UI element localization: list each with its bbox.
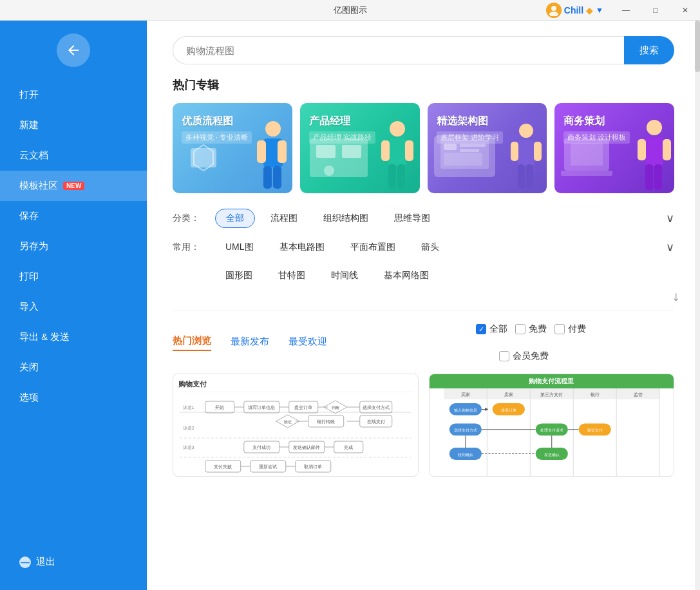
sidebar-item-options[interactable]: 选项 [0,383,147,413]
album-card-business[interactable]: 商务策划 商务策划 设计模板 [554,103,674,193]
checkbox-all[interactable]: 全部 [476,323,507,335]
sidebar-item-exit[interactable]: — 退出 [0,547,147,577]
sidebar-item-save[interactable]: 保存 [0,201,147,231]
album-label: 精选架构图 [437,115,488,128]
svg-text:泳道2: 泳道2 [183,426,194,430]
checkbox-paid[interactable]: 付费 [554,323,586,335]
search-input[interactable] [173,36,624,64]
svg-text:验证: 验证 [284,420,292,424]
svg-rect-17 [405,140,413,161]
svg-text:选择支付方式: 选择支付方式 [453,428,477,432]
filter-tag-layout[interactable]: 平面布置图 [340,238,406,256]
svg-point-0 [551,6,556,11]
svg-text:填写订单信息: 填写订单信息 [247,405,275,410]
svg-text:重新尝试: 重新尝试 [259,464,277,469]
tab-hot[interactable]: 热门浏览 [173,335,211,351]
category-label: 分类： [173,213,205,224]
filter-tag-org[interactable]: 组织结构图 [313,209,379,227]
expand-category-icon[interactable]: ∨ [666,211,674,225]
template-preview-swimlane: 购物支付流程里 买家 卖家 第三方支付 银行 [430,374,674,476]
svg-rect-6 [257,140,266,163]
tab-latest[interactable]: 最新发布 [231,336,269,350]
filter-tag-network[interactable]: 基本网络图 [374,267,439,285]
search-button[interactable]: 搜索 [624,36,674,64]
sidebar-item-label: 打开 [19,89,39,101]
filter-tag-arrow[interactable]: 箭头 [411,238,449,256]
album-card-flowchart[interactable]: 优质流程图 多种视觉 · 专业清晰 [173,103,292,193]
back-button[interactable] [57,33,90,67]
filter-tag-circuit[interactable]: 基本电路图 [269,238,335,256]
sidebar-item-label: 另存为 [19,240,48,252]
user-area[interactable]: Chill ◆ ▼ [546,3,603,18]
svg-point-13 [324,166,334,176]
svg-point-14 [390,121,405,137]
app-title: 亿图图示 [334,5,367,16]
album-card-product[interactable]: 产品经理 产品经理 实战路径 [300,103,420,193]
search-area: 搜索 [147,21,700,77]
filter-tag-timeline[interactable]: 时间线 [321,267,368,285]
svg-text:收到确认: 收到确认 [457,452,473,457]
album-card-architecture[interactable]: 精选架构图 底层框架 进阶学习 [428,103,547,193]
scrollbar-thumb[interactable] [695,21,700,72]
template-card-swimlane[interactable]: 购物支付流程里 买家 卖家 第三方支付 银行 [429,374,675,477]
checkbox-member-box[interactable] [499,351,509,361]
title-bar: 亿图图示 Chill ◆ ▼ — □ ✕ [0,0,700,21]
albums-grid: 优质流程图 多种视觉 · 专业清晰 产品经 [147,103,700,193]
svg-text:泳道1: 泳道1 [183,405,194,410]
user-name: Chill [564,5,583,15]
svg-text:第三方支付: 第三方支付 [540,392,563,397]
sidebar-item-label: 关闭 [19,361,39,374]
filter-tag-gantt[interactable]: 甘特图 [268,267,316,285]
template-title-swimlane: 购物支付流程里 [430,374,674,388]
sidebar-item-label: 退出 [36,556,55,568]
user-logo: ◆ [586,5,593,15]
new-badge: NEW [63,182,84,190]
scrollbar-track[interactable] [695,21,700,590]
sidebar-item-export[interactable]: 导出 & 发送 [0,322,147,352]
sidebar-item-label: 选项 [19,392,39,404]
checkbox-free-box[interactable] [515,324,525,334]
svg-rect-18 [388,164,396,189]
tab-popular[interactable]: 最受欢迎 [289,336,327,350]
sidebar-item-new[interactable]: 新建 [0,110,147,140]
checkbox-all-box[interactable] [476,324,486,334]
filter-tag-flowchart[interactable]: 流程图 [260,209,308,227]
svg-rect-27 [518,140,534,166]
checkbox-free[interactable]: 免费 [515,323,547,335]
checkbox-member[interactable]: 会员免费 [499,350,549,362]
svg-point-26 [519,124,533,138]
maximize-button[interactable]: □ [641,0,670,21]
svg-point-1 [549,12,558,16]
minimize-button[interactable]: — [611,0,641,21]
sidebar-item-open[interactable]: 打开 [0,80,147,110]
main-content: 搜索 热门专辑 优质流程图 多种视觉 · 专业清晰 [147,21,700,590]
chevron-down-icon: ▼ [596,6,603,15]
sidebar-item-label: 保存 [19,210,39,222]
svg-rect-25 [444,153,482,166]
common-label: 常用： [173,242,205,253]
svg-text:验证支付: 验证支付 [587,428,602,432]
expand-common-icon[interactable]: ∨ [666,240,674,254]
avatar [546,3,562,18]
common-tags: UML图 基本电路图 平面布置图 箭头 [215,238,666,256]
template-card-flow[interactable]: 购物支付 泳道1 泳道2 泳道3 开始 [173,374,419,477]
filter-tag-circle[interactable]: 圆形图 [215,267,263,285]
svg-text:买家: 买家 [460,392,469,397]
more-filter-row: 圆形图 甘特图 时间线 基本网络图 [173,267,674,285]
filter-tag-all[interactable]: 全部 [215,209,255,228]
sidebar-item-templates[interactable]: 模板社区 NEW [0,171,147,201]
sidebar-item-label: 打印 [19,271,39,283]
svg-rect-38 [663,139,671,160]
sidebar-item-close[interactable]: 关闭 [0,352,147,383]
sidebar-item-print[interactable]: 打印 [0,262,147,292]
close-button[interactable]: ✕ [670,0,700,21]
filter-tag-mind[interactable]: 思维导图 [384,209,440,227]
svg-text:完成: 完成 [344,445,353,450]
sidebar-item-saveas[interactable]: 另存为 [0,231,147,262]
svg-rect-31 [526,164,533,189]
category-filter-row: 分类： 全部 流程图 组织结构图 思维导图 ∨ [173,209,674,228]
sidebar-item-import[interactable]: 导入 [0,292,147,322]
filter-tag-uml[interactable]: UML图 [215,238,264,256]
checkbox-paid-box[interactable] [554,324,565,334]
sidebar-item-cloud[interactable]: 云文档 [0,140,147,171]
